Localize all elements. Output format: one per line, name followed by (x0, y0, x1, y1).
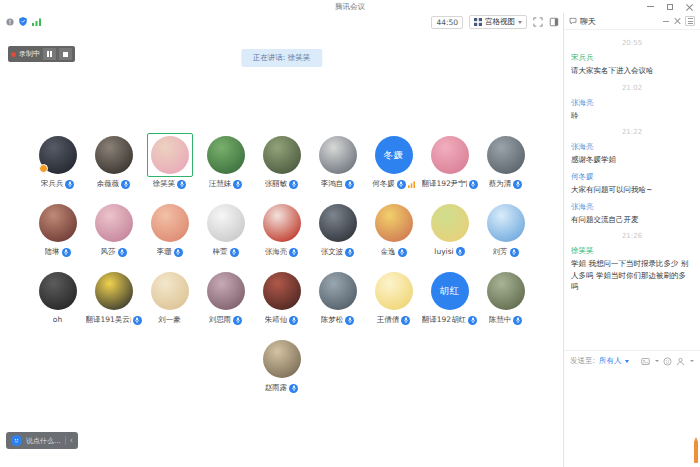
participant-tile[interactable]: 汪慧妹 (198, 133, 254, 189)
quick-chat-placeholder[interactable]: 说点什么... (26, 436, 61, 446)
chat-sender-name[interactable]: 徐笑笑 (571, 246, 693, 256)
chat-sender-name[interactable]: 张海亮 (571, 98, 693, 108)
chat-panel: 聊天 20:55宋兵兵请大家实名下进入会议哈21:02张海亮聆21:22张海亮感… (563, 13, 700, 467)
participant-tile[interactable]: 陈慧中 (478, 269, 534, 325)
avatar-frame (315, 133, 361, 177)
chevron-down-icon[interactable] (690, 360, 694, 362)
send-to-selector[interactable]: 所有人 (599, 356, 622, 366)
chat-menu-icon[interactable] (685, 16, 695, 26)
participant-tile[interactable]: 朱靖仙 (254, 269, 310, 325)
participant-tile[interactable]: 梓萱 (198, 201, 254, 257)
participant-tile[interactable]: 金逸 (366, 201, 422, 257)
signal-icon[interactable] (32, 18, 41, 26)
avatar (151, 136, 189, 174)
avatar (487, 272, 525, 310)
participant-tile[interactable]: 翻译191吴云欣... (86, 269, 142, 325)
quick-chat-pill[interactable]: 说点什么... ‹ (6, 432, 78, 449)
avatar (263, 136, 301, 174)
participant-name-row: 张海亮 (265, 247, 299, 257)
participant-tile[interactable]: 陈梦松 (310, 269, 366, 325)
participant-tile[interactable]: 刘一豪 (142, 269, 198, 325)
participant-tile[interactable]: 刘芳 (478, 201, 534, 257)
participant-tile[interactable]: 王倩倩 (366, 269, 422, 325)
participant-tile[interactable]: 赵雨露 (254, 337, 310, 393)
participant-name-row: 翻译192尹宁静 (422, 179, 478, 189)
chat-sender-name[interactable]: 张海亮 (571, 202, 693, 212)
participant-tile[interactable]: 刘思雨 (198, 269, 254, 325)
chat-message-list[interactable]: 20:55宋兵兵请大家实名下进入会议哈21:02张海亮聆21:22张海亮感谢冬媛… (564, 30, 700, 350)
chat-message-text: 聆 (571, 110, 693, 122)
avatar: 胡红 (431, 272, 469, 310)
smiley-icon[interactable] (663, 357, 672, 366)
stop-recording-button[interactable] (59, 48, 72, 60)
participant-tile[interactable]: 蔡为清 (478, 133, 534, 189)
participant-name-row: 何冬媛 (372, 179, 415, 189)
participant-name: 李鸿自 (321, 179, 344, 189)
participant-tile[interactable]: luyisi (422, 201, 478, 257)
mention-person-icon[interactable] (676, 357, 685, 366)
avatar (263, 340, 301, 378)
maximize-icon[interactable] (667, 4, 673, 10)
mic-icon (513, 316, 522, 325)
avatar-frame (35, 133, 81, 177)
chat-input-area[interactable] (564, 371, 700, 467)
avatar-frame: 冬媛 (371, 133, 417, 177)
participant-name-row: 余薇薇 (97, 179, 131, 189)
pause-recording-button[interactable] (43, 48, 56, 60)
participant-tile[interactable]: 翻译192尹宁静 (422, 133, 478, 189)
participant-tile[interactable]: 宋兵兵 (30, 133, 86, 189)
screenshot-icon[interactable] (641, 357, 650, 366)
participant-tile[interactable]: oh (30, 269, 86, 325)
participant-name: 朱靖仙 (265, 315, 288, 325)
info-icon[interactable] (6, 18, 14, 26)
avatar-frame (147, 269, 193, 313)
participant-tile[interactable]: 李鸿自 (310, 133, 366, 189)
avatar-frame (427, 133, 473, 177)
participant-name: 陈梦松 (321, 315, 344, 325)
participant-tile[interactable]: 李珊 (142, 201, 198, 257)
participant-tile[interactable]: 徐笑笑 (142, 133, 198, 189)
participant-tile[interactable]: 陆琳 (30, 201, 86, 257)
speaking-highlight (147, 133, 193, 177)
fullscreen-icon[interactable] (533, 17, 543, 27)
participant-tile[interactable]: 张文波 (310, 201, 366, 257)
window-controls (647, 0, 693, 13)
minimize-icon[interactable] (647, 6, 654, 7)
chat-close-icon[interactable] (674, 18, 680, 24)
participant-tile[interactable]: 张海亮 (254, 201, 310, 257)
mic-icon (121, 180, 130, 189)
participant-name: 张丽敏 (265, 179, 288, 189)
participant-name: 王倩倩 (377, 315, 400, 325)
collapse-chevron-icon[interactable]: ‹ (70, 437, 73, 445)
avatar-frame (315, 201, 361, 245)
participant-tile[interactable]: 张丽敏 (254, 133, 310, 189)
view-mode-button[interactable]: 宫格视图 (469, 15, 527, 29)
chevron-down-icon[interactable] (655, 360, 659, 362)
mic-icon (345, 316, 354, 325)
participant-name-row: 汪慧妹 (209, 179, 243, 189)
chat-sender-name[interactable]: 张海亮 (571, 142, 693, 152)
mic-icon (233, 180, 242, 189)
participant-tile[interactable]: 风莎 (86, 201, 142, 257)
participant-name: 余薇薇 (97, 179, 120, 189)
participant-name-row: 李鸿自 (321, 179, 355, 189)
participant-name: 徐笑笑 (153, 179, 176, 189)
side-panel-icon[interactable] (549, 17, 559, 27)
close-icon[interactable] (686, 3, 693, 10)
mic-icon (345, 248, 354, 257)
host-badge (39, 164, 48, 173)
chat-sender-name[interactable]: 何冬媛 (571, 172, 693, 182)
participant-name: 宋兵兵 (41, 179, 64, 189)
chat-sender-name[interactable]: 宋兵兵 (571, 53, 693, 63)
shield-icon[interactable] (19, 17, 27, 26)
participant-row: oh翻译191吴云欣...刘一豪刘思雨朱靖仙陈梦松王倩倩胡红翻译192胡红陈慧中 (30, 269, 534, 325)
chat-minimize-icon[interactable] (663, 21, 669, 22)
mic-icon (289, 248, 298, 257)
avatar (95, 272, 133, 310)
participant-name-row: oh (53, 315, 62, 324)
meeting-timer: 44:50 (431, 16, 463, 29)
participant-tile[interactable]: 余薇薇 (86, 133, 142, 189)
participant-name-row: 翻译192胡红 (422, 315, 477, 325)
participant-tile[interactable]: 冬媛何冬媛 (366, 133, 422, 189)
participant-tile[interactable]: 胡红翻译192胡红 (422, 269, 478, 325)
